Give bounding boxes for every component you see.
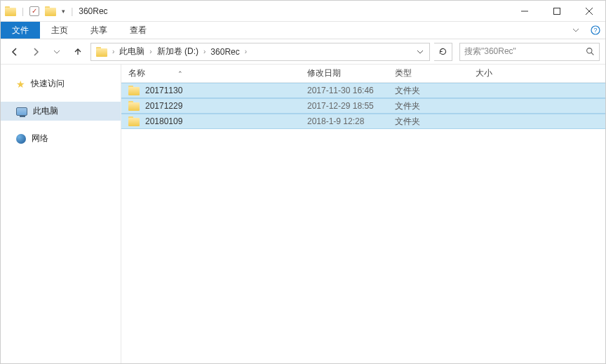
sidebar-item-label: 快速访问: [31, 78, 65, 90]
breadcrumb-folder[interactable]: 360Rec: [207, 43, 243, 60]
breadcrumb[interactable]: › 此电脑 › 新加卷 (D:) › 360Rec ›: [90, 43, 430, 61]
chevron-right-icon[interactable]: ›: [111, 48, 116, 55]
qat-separator: |: [22, 6, 24, 16]
file-date: 2017-11-30 16:46: [307, 86, 395, 95]
sidebar-item-network[interactable]: 网络: [1, 129, 121, 148]
monitor-icon: [16, 107, 27, 116]
breadcrumb-drive[interactable]: 新加卷 (D:): [154, 43, 202, 60]
file-rows: 201711302017-11-30 16:46文件夹201712292017-…: [121, 83, 605, 129]
file-name: 20180109: [145, 116, 182, 126]
ribbon-tabs: 文件 主页 共享 查看 ?: [1, 22, 605, 39]
svg-point-3: [587, 48, 592, 53]
app-folder-icon: [5, 6, 16, 16]
table-row[interactable]: 201801092018-1-9 12:28文件夹: [121, 114, 605, 129]
sidebar-item-quick-access[interactable]: ★ 快速访问: [1, 74, 121, 93]
ribbon-expand-icon[interactable]: [566, 22, 586, 39]
search-icon[interactable]: [586, 47, 595, 56]
folder-icon: [128, 101, 140, 111]
folder-icon: [128, 86, 140, 95]
star-icon: ★: [16, 79, 25, 90]
column-header-name[interactable]: 名称 ⌃: [128, 67, 307, 79]
tab-file[interactable]: 文件: [1, 22, 40, 39]
sidebar-item-this-pc[interactable]: 此电脑: [1, 102, 121, 121]
help-icon[interactable]: ?: [586, 22, 605, 39]
tab-home[interactable]: 主页: [40, 22, 79, 39]
svg-text:?: ?: [593, 27, 597, 34]
refresh-button[interactable]: [434, 43, 452, 61]
explorer-body: ★ 快速访问 此电脑 网络 名称 ⌃ 修改日期 类型 大小 2017113020…: [1, 65, 605, 363]
search-input[interactable]: 搜索"360Rec": [459, 43, 600, 61]
sidebar-item-label: 此电脑: [33, 105, 58, 117]
forward-button[interactable]: [27, 43, 44, 60]
chevron-right-icon[interactable]: ›: [148, 48, 153, 55]
new-folder-icon[interactable]: [45, 6, 56, 16]
file-date: 2017-12-29 18:55: [307, 101, 395, 111]
file-type: 文件夹: [395, 85, 476, 97]
column-header-size[interactable]: 大小: [476, 67, 605, 79]
breadcrumb-thispc[interactable]: 此电脑: [116, 43, 148, 60]
tab-share[interactable]: 共享: [79, 22, 119, 39]
qat-dropdown-icon[interactable]: ▾: [62, 8, 65, 15]
column-header-type[interactable]: 类型: [395, 67, 476, 79]
tab-view[interactable]: 查看: [119, 22, 158, 39]
file-type: 文件夹: [395, 100, 476, 112]
maximize-button[interactable]: [541, 1, 573, 22]
breadcrumb-root[interactable]: [93, 43, 111, 60]
recent-locations-icon[interactable]: [48, 43, 65, 60]
chevron-right-icon[interactable]: ›: [202, 48, 207, 55]
chevron-right-icon[interactable]: ›: [243, 48, 248, 55]
column-header-date[interactable]: 修改日期: [307, 67, 395, 79]
network-icon: [16, 134, 26, 144]
file-type: 文件夹: [395, 116, 476, 128]
table-row[interactable]: 201711302017-11-30 16:46文件夹: [121, 83, 605, 98]
qat-separator-2: |: [71, 6, 73, 16]
table-row[interactable]: 201712292017-12-29 18:55文件夹: [121, 98, 605, 114]
file-name: 20171130: [145, 86, 182, 95]
search-placeholder: 搜索"360Rec": [464, 46, 516, 58]
close-button[interactable]: [573, 1, 605, 22]
properties-icon[interactable]: ✓: [29, 6, 39, 16]
folder-icon: [96, 47, 107, 57]
file-date: 2018-1-9 12:28: [307, 116, 395, 126]
minimize-button[interactable]: [509, 1, 541, 22]
folder-icon: [128, 116, 140, 126]
file-list-pane: 名称 ⌃ 修改日期 类型 大小 201711302017-11-30 16:46…: [121, 65, 605, 363]
address-dropdown-icon[interactable]: [412, 48, 428, 55]
navigation-pane: ★ 快速访问 此电脑 网络: [1, 65, 121, 363]
sort-indicator-icon: ⌃: [177, 70, 183, 77]
svg-rect-0: [554, 8, 560, 14]
window-title: 360Rec: [79, 6, 107, 16]
back-button[interactable]: [6, 43, 23, 60]
sidebar-item-label: 网络: [32, 133, 48, 144]
column-headers: 名称 ⌃ 修改日期 类型 大小: [121, 65, 605, 83]
quick-access-toolbar: | ✓ ▾ |: [1, 6, 73, 16]
navigation-bar: › 此电脑 › 新加卷 (D:) › 360Rec › 搜索"360Rec": [1, 39, 605, 65]
title-bar: | ✓ ▾ | 360Rec: [1, 1, 605, 22]
file-name: 20171229: [145, 101, 182, 111]
up-button[interactable]: [69, 43, 86, 60]
